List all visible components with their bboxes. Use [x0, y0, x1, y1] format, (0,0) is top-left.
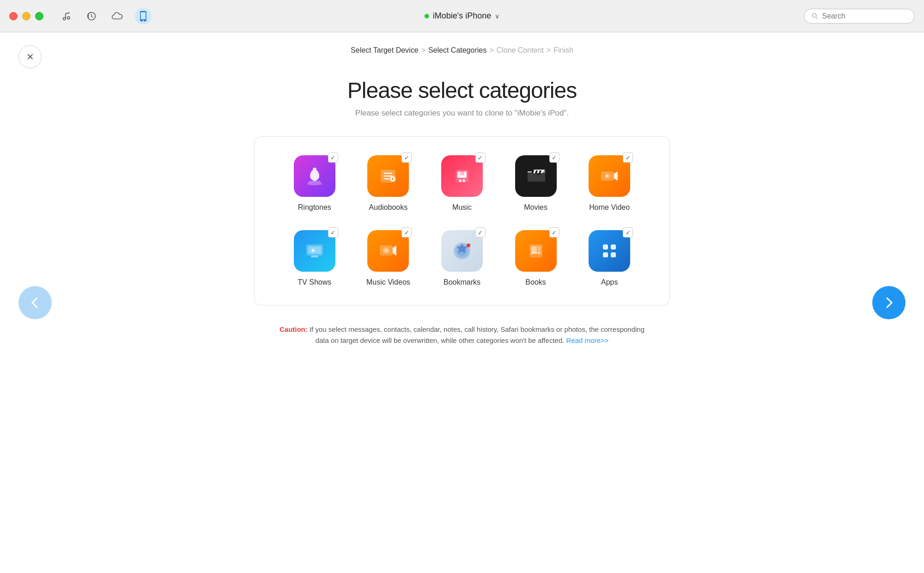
breadcrumb-sep-3: > [547, 46, 551, 55]
svg-point-14 [459, 179, 462, 182]
movies-label: Movies [524, 203, 547, 212]
svg-point-15 [462, 179, 465, 182]
music-label: Music [452, 203, 472, 212]
page-subtitle: Please select categories you want to clo… [355, 109, 569, 118]
svg-marker-23 [614, 171, 618, 181]
apps-checkbox[interactable]: ✓ [623, 227, 633, 238]
breadcrumb-step-1: Select Target Device [351, 46, 418, 55]
svg-rect-28 [311, 256, 318, 257]
svg-point-38 [467, 244, 470, 247]
titlebar-icons [57, 8, 152, 24]
caution-area: Caution: If you select messages, contact… [277, 324, 647, 346]
category-item-books[interactable]: ✓Books [504, 230, 568, 286]
home-video-label: Home Video [589, 203, 630, 212]
nav-next-button[interactable] [872, 286, 906, 319]
category-icon-wrapper-music: ✓ [441, 155, 483, 197]
device-status-dot [425, 14, 429, 18]
svg-rect-7 [313, 168, 316, 170]
page-title: Please select categories [347, 78, 577, 103]
category-item-music-videos[interactable]: ✓Music Videos [356, 230, 421, 286]
svg-rect-42 [603, 244, 608, 250]
category-item-movies[interactable]: ✓Movies [504, 155, 568, 212]
music-videos-checkbox[interactable]: ✓ [401, 227, 412, 238]
svg-marker-31 [393, 245, 396, 256]
svg-rect-44 [603, 252, 608, 257]
books-checkbox[interactable]: ✓ [549, 227, 559, 238]
device-chevron-icon: ∨ [495, 12, 499, 20]
category-icon-wrapper-music-videos: ✓ [367, 230, 409, 272]
category-item-ringtones[interactable]: ✓Ringtones [282, 155, 347, 212]
ringtones-label: Ringtones [298, 203, 331, 212]
close-traffic-light[interactable] [9, 12, 18, 20]
movies-checkbox[interactable]: ✓ [549, 152, 559, 163]
category-icon-wrapper-tv-shows: ✓ [294, 230, 335, 272]
category-item-bookmarks[interactable]: ✓Bookmarks [430, 230, 494, 286]
tv-shows-checkbox[interactable]: ✓ [328, 227, 338, 238]
svg-rect-4 [141, 12, 146, 19]
category-item-home-video[interactable]: ✓Home Video [577, 155, 642, 212]
main-content: ✕ Select Target Device > Select Categori… [0, 32, 924, 573]
music-note-icon[interactable] [57, 8, 74, 24]
svg-point-6 [812, 13, 816, 18]
apps-label: Apps [601, 278, 618, 286]
iphone-icon[interactable] [135, 8, 152, 24]
music-videos-label: Music Videos [366, 278, 410, 286]
categories-container: ✓Ringtones ✓Audiobooks ✓Music ✓Movies ✓H… [254, 136, 670, 305]
category-icon-wrapper-books: ✓ [515, 230, 557, 272]
breadcrumb-step-2: Select Categories [428, 46, 486, 55]
minimize-traffic-light[interactable] [22, 12, 30, 20]
history-icon[interactable] [83, 8, 100, 24]
search-box[interactable] [804, 9, 915, 24]
svg-rect-45 [611, 252, 616, 257]
ringtones-checkbox[interactable]: ✓ [328, 152, 338, 163]
titlebar: iMobie's iPhone ∨ [0, 0, 924, 32]
maximize-traffic-light[interactable] [35, 12, 43, 20]
svg-rect-41 [538, 246, 541, 254]
category-icon-wrapper-home-video: ✓ [589, 155, 630, 197]
categories-grid: ✓Ringtones ✓Audiobooks ✓Music ✓Movies ✓H… [282, 155, 642, 286]
category-icon-wrapper-movies: ✓ [515, 155, 557, 197]
breadcrumb: Select Target Device > Select Categories… [351, 46, 573, 55]
caution-label: Caution: [280, 325, 308, 333]
category-item-music[interactable]: ✓Music [430, 155, 494, 212]
device-name: iMobie's iPhone [433, 11, 492, 21]
close-button[interactable]: ✕ [18, 45, 42, 68]
breadcrumb-step-3: Clone Content [497, 46, 544, 55]
traffic-lights [9, 12, 43, 20]
category-item-tv-shows[interactable]: ✓TV Shows [282, 230, 347, 286]
search-input[interactable] [822, 12, 907, 20]
svg-rect-43 [611, 244, 616, 250]
tv-shows-label: TV Shows [298, 278, 331, 286]
bookmarks-label: Bookmarks [444, 278, 480, 286]
music-checkbox[interactable]: ✓ [475, 152, 486, 163]
read-more-link[interactable]: Read more>> [566, 336, 609, 344]
audiobooks-checkbox[interactable]: ✓ [401, 152, 412, 163]
breadcrumb-sep-2: > [489, 46, 493, 55]
cloud-icon[interactable] [109, 8, 126, 24]
category-icon-wrapper-apps: ✓ [589, 230, 630, 272]
search-icon [812, 12, 818, 20]
svg-point-5 [143, 20, 144, 21]
audiobooks-label: Audiobooks [369, 203, 408, 212]
books-label: Books [525, 278, 546, 286]
svg-point-34 [386, 250, 387, 251]
breadcrumb-step-4: Finish [553, 46, 573, 55]
category-icon-wrapper-audiobooks: ✓ [367, 155, 409, 197]
category-icon-wrapper-ringtones: ✓ [294, 155, 335, 197]
device-selector[interactable]: iMobie's iPhone ∨ [425, 11, 500, 21]
category-item-apps[interactable]: ✓Apps [577, 230, 642, 286]
bookmarks-checkbox[interactable]: ✓ [475, 227, 486, 238]
category-icon-wrapper-bookmarks: ✓ [441, 230, 483, 272]
breadcrumb-sep-1: > [421, 46, 426, 55]
nav-prev-button[interactable] [18, 286, 52, 319]
category-item-audiobooks[interactable]: ✓Audiobooks [356, 155, 421, 212]
home-video-checkbox[interactable]: ✓ [623, 152, 633, 163]
svg-point-1 [67, 16, 70, 18]
